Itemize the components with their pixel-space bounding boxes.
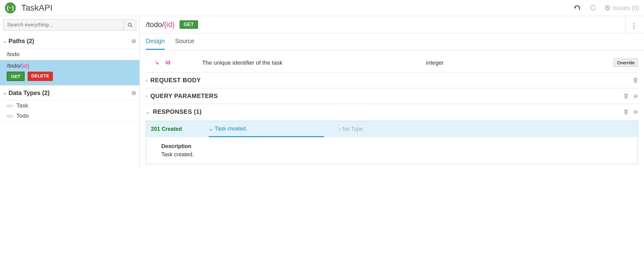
content-path: /todo/{id} bbox=[146, 20, 175, 29]
tabs: Design Source bbox=[140, 33, 644, 50]
app-title: TaskAPI bbox=[21, 3, 574, 13]
method-get-badge[interactable]: GET bbox=[7, 72, 25, 81]
chevron-down-icon: ⌄ bbox=[209, 126, 215, 132]
path-item-todo[interactable]: /todo bbox=[0, 49, 139, 60]
header-method-badge: GET bbox=[180, 20, 198, 29]
tab-design[interactable]: Design bbox=[146, 33, 165, 50]
datatype-item-todo[interactable]: </> Todo bbox=[0, 111, 139, 121]
svg-point-1 bbox=[128, 23, 131, 26]
add-query-param-icon[interactable]: ⊕ bbox=[633, 93, 638, 100]
query-parameters-section[interactable]: › QUERY PARAMETERS ⊕ bbox=[146, 88, 638, 104]
kebab-menu-icon[interactable]: ⋮ bbox=[631, 22, 637, 30]
arrow-right-icon: ↳ bbox=[155, 59, 159, 66]
trash-icon[interactable] bbox=[624, 93, 629, 99]
chevron-down-icon: ⌄ bbox=[3, 39, 7, 43]
redo-icon[interactable] bbox=[589, 5, 596, 11]
datatype-item-task[interactable]: </> Task bbox=[0, 100, 139, 111]
datatypes-section-header[interactable]: ⌄ Data Types (2) ⊕ bbox=[0, 86, 139, 100]
response-summary[interactable]: ⌄ Task created. bbox=[209, 125, 324, 137]
sidebar: ⌄ Paths (2) ⊕ /todo /todo/{id} GET DELET… bbox=[0, 16, 140, 169]
search-row bbox=[0, 16, 139, 34]
top-bar: {··} TaskAPI Issues (0) bbox=[0, 0, 644, 16]
response-head[interactable]: 201 Created ⌄ Task created. › No Type bbox=[146, 121, 638, 137]
add-response-icon[interactable]: ⊕ bbox=[633, 109, 638, 115]
responses-section[interactable]: ⌄ RESPONSES (1) ⊕ bbox=[146, 104, 638, 120]
add-path-icon[interactable]: ⊕ bbox=[131, 37, 136, 45]
content-header: /todo/{id} GET bbox=[140, 16, 626, 33]
add-datatype-icon[interactable]: ⊕ bbox=[131, 89, 136, 96]
search-button[interactable] bbox=[124, 19, 136, 31]
chevron-right-icon: › bbox=[339, 126, 343, 132]
trash-icon[interactable] bbox=[624, 109, 629, 115]
response-body: Description Task created. bbox=[146, 137, 638, 164]
code-icon: </> bbox=[7, 113, 13, 119]
param-type: integer bbox=[426, 59, 608, 66]
undo-icon[interactable] bbox=[574, 5, 581, 11]
search-icon bbox=[128, 22, 132, 27]
path-item-todo-id[interactable]: /todo/{id} GET DELETE bbox=[0, 60, 139, 85]
paths-title: Paths (2) bbox=[9, 38, 131, 45]
method-row: GET DELETE bbox=[7, 72, 133, 81]
svg-point-0 bbox=[605, 5, 610, 11]
app-logo: {··} bbox=[5, 2, 16, 13]
paths-section-header[interactable]: ⌄ Paths (2) ⊕ bbox=[0, 34, 139, 49]
trash-icon[interactable] bbox=[633, 78, 638, 83]
chevron-down-icon: ⌄ bbox=[3, 90, 7, 95]
chevron-right-icon: › bbox=[146, 78, 147, 83]
code-icon: </> bbox=[7, 103, 13, 108]
request-body-section[interactable]: › REQUEST BODY bbox=[146, 72, 638, 88]
topbar-actions: Issues (0) bbox=[574, 5, 639, 12]
override-button[interactable]: Override bbox=[614, 59, 638, 67]
response-box: 201 Created ⌄ Task created. › No Type De… bbox=[146, 121, 638, 164]
svg-line-2 bbox=[131, 26, 132, 27]
path-param-row: ↳ id The unique identifier of the task i… bbox=[146, 56, 638, 72]
description-text: Task created. bbox=[161, 151, 622, 158]
search-input[interactable] bbox=[3, 19, 124, 31]
description-label: Description bbox=[161, 143, 622, 150]
method-delete-badge[interactable]: DELETE bbox=[28, 72, 53, 81]
content-area: /todo/{id} GET ⋮ Design Source ↳ id The … bbox=[140, 16, 644, 169]
issues-button[interactable]: Issues (0) bbox=[605, 5, 639, 12]
response-status: 201 Created bbox=[151, 126, 194, 132]
response-type[interactable]: › No Type bbox=[339, 126, 363, 132]
datatypes-title: Data Types (2) bbox=[9, 89, 131, 96]
chevron-down-icon: ⌄ bbox=[146, 109, 150, 115]
param-name: id bbox=[166, 59, 196, 66]
param-description: The unique identifier of the task bbox=[202, 59, 420, 66]
chevron-right-icon: › bbox=[146, 93, 147, 99]
tab-source[interactable]: Source bbox=[175, 33, 194, 50]
issues-label: Issues (0) bbox=[612, 5, 639, 12]
